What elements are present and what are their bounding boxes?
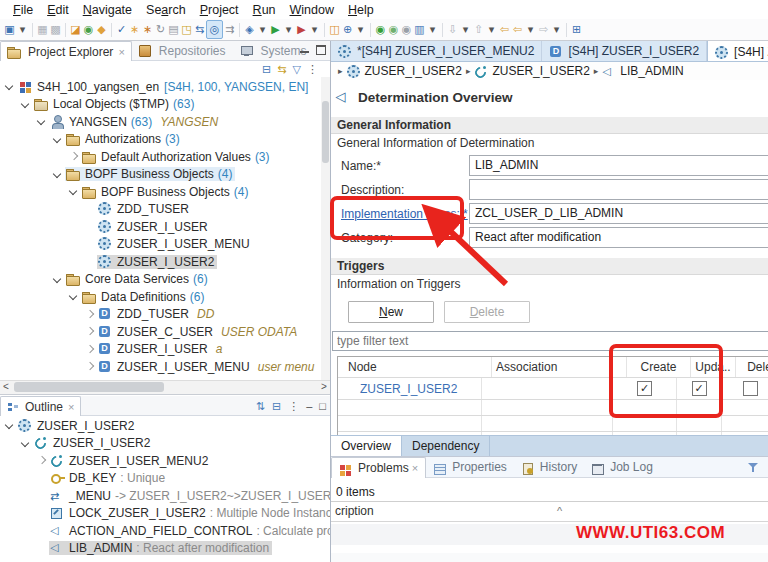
next-annotation-icon[interactable]: ⇩	[446, 21, 459, 38]
name-field[interactable]: LIB_ADMIN	[469, 155, 768, 176]
column-header-upda[interactable]: Upda..	[691, 357, 736, 377]
new-abap-project-icon[interactable]: ◪	[69, 21, 82, 38]
column-header-node[interactable]: Node	[338, 357, 492, 377]
previous-annotation-menu-icon[interactable]: ▾	[485, 21, 498, 38]
mass-activate-icon[interactable]: ∗	[141, 21, 154, 38]
view-tab-job-log[interactable]: Job Log	[584, 457, 660, 477]
outline-tree-item[interactable]: LIB_ADMIN: React after modification	[0, 540, 330, 558]
debug-menu-icon[interactable]: ▾	[256, 21, 269, 38]
run-menu-icon[interactable]: ▾	[282, 21, 295, 38]
filter-icon[interactable]: ▽	[293, 62, 301, 77]
debug-configurations-icon[interactable]: ◈	[243, 21, 256, 38]
print-icon[interactable]: ▤	[167, 21, 180, 38]
menu-project[interactable]: Project	[193, 3, 246, 17]
column-header-create[interactable]: Create	[627, 357, 691, 377]
expand-open-icon[interactable]	[51, 166, 65, 183]
horizontal-scrollbar[interactable]	[0, 380, 330, 394]
outline-tree-item[interactable]: LOCK_ZUSER_I_USER2: Multiple Node Instan…	[0, 505, 330, 523]
run-icon[interactable]: ▶	[269, 21, 282, 38]
expand-open-icon[interactable]	[19, 435, 33, 452]
implementation-class-field[interactable]: ZCL_USER_D_LIB_ADMIN	[469, 203, 768, 224]
back-menu-icon[interactable]: ▾	[524, 21, 537, 38]
expand-closed-icon[interactable]	[83, 323, 97, 340]
profile-menu-icon[interactable]: ▾	[308, 21, 321, 38]
editor-bottom-tab-overview[interactable]: Overview	[331, 436, 402, 456]
expand-closed-icon[interactable]	[83, 306, 97, 323]
expand-closed-icon[interactable]	[67, 148, 81, 165]
breadcrumb-item-zuser-i-user2[interactable]: ZUSER_I_USER2	[474, 63, 589, 79]
debug-as-menu-icon[interactable]: ▾	[426, 21, 439, 38]
editor-bottom-tab-dependency[interactable]: Dependency	[402, 436, 490, 456]
new-wizard-icon[interactable]: ▣	[3, 21, 16, 38]
expand-open-icon[interactable]	[51, 271, 65, 288]
expand-open-icon[interactable]	[51, 131, 65, 148]
project-tree-item[interactable]: S4H_100_yangsen_en[S4H, 100, YANGSEN, EN…	[0, 78, 321, 96]
scroll-right-icon[interactable]	[318, 381, 330, 393]
view-tab-project-explorer[interactable]: Project Explorer	[0, 41, 132, 61]
editor-tab-s4h-zuser-i-user2[interactable]: [S4H] ZUSER_I_USER2	[542, 41, 707, 61]
outline-tree-item[interactable]: _MENU-> ZUSER_I_USER2~>ZUSER_I_USER_M	[0, 487, 330, 505]
breadcrumb-item-lib-admin[interactable]: LIB_ADMIN	[602, 63, 683, 79]
link-with-editor-icon[interactable]: ⇆	[277, 62, 286, 77]
expand-closed-icon[interactable]	[83, 341, 97, 358]
category-field[interactable]: React after modification	[469, 227, 768, 248]
column-header-delete[interactable]: Delete	[736, 357, 768, 377]
menu-window[interactable]: Window	[283, 3, 341, 17]
description-field[interactable]	[469, 179, 768, 200]
menu-file[interactable]: File	[6, 3, 40, 17]
expand-open-icon[interactable]	[3, 78, 17, 95]
minimize-icon[interactable]: –	[306, 399, 312, 414]
back-history-icon[interactable]: ⇦	[498, 21, 511, 38]
resume-icon[interactable]: ◉	[374, 21, 387, 38]
vertical-scrollbar[interactable]	[321, 77, 330, 381]
filter-input[interactable]	[332, 331, 768, 351]
delete-checkbox[interactable]	[743, 381, 758, 396]
close-icon[interactable]	[68, 401, 74, 413]
menu-help[interactable]: Help	[341, 3, 381, 17]
export-icon[interactable]: ◳	[180, 21, 193, 38]
table-row[interactable]: ZUSER_I_USER2✓✓	[338, 378, 768, 400]
project-tree-item[interactable]: Default Authorization Values(3)	[0, 148, 321, 166]
save-icon[interactable]: ▦	[36, 21, 49, 38]
view-tab-outline[interactable]: Outline	[0, 396, 81, 416]
view-tab-repositories[interactable]: Repositories	[132, 41, 234, 60]
expand-closed-icon[interactable]	[35, 452, 49, 469]
outline-tree-item[interactable]: ZUSER_I_USER2	[0, 417, 330, 435]
outline-tree-item[interactable]: ZUSER_I_USER2	[0, 435, 330, 453]
project-tree-item[interactable]: Data Definitions(6)	[0, 288, 321, 306]
run-abap-application-icon[interactable]: ⊕	[341, 21, 354, 38]
expand-open-icon[interactable]	[67, 288, 81, 305]
project-tree-item[interactable]: BOPF Business Objects(4)	[0, 183, 321, 201]
save-all-icon[interactable]: ▩	[49, 21, 62, 38]
project-tree-item[interactable]: ZDD_TUSER	[0, 201, 321, 219]
run-history-icon[interactable]: ⇉	[223, 21, 236, 38]
update-checkbox[interactable]: ✓	[692, 381, 707, 396]
editor-tab-s4h-zuser[interactable]: [S4H] ZUSER	[707, 41, 768, 62]
view-tab-history[interactable]: History	[514, 457, 584, 477]
project-tree-item[interactable]: ZUSER_I_USER2	[0, 253, 321, 271]
expand-open-icon[interactable]	[3, 417, 17, 434]
filter-icon[interactable]	[747, 461, 760, 474]
scrollbar-thumb[interactable]	[322, 101, 329, 163]
collapse-caret-icon[interactable]	[557, 502, 562, 521]
scroll-left-icon[interactable]	[0, 381, 12, 393]
collapse-all-icon[interactable]: ⊟	[262, 62, 271, 77]
editor-tab-s4h-zuser-i-user-menu2[interactable]: *[S4H] ZUSER_I_USER_MENU2	[331, 41, 542, 61]
column-header-association[interactable]: Association	[492, 357, 627, 377]
view-tab-problems[interactable]: Problems	[331, 457, 426, 478]
activate-icon[interactable]: ✓	[115, 21, 128, 38]
terminate-icon[interactable]: ◉	[400, 21, 413, 38]
implementation-class-label[interactable]: Implementation Class: *	[331, 207, 469, 221]
open-perspective-icon[interactable]: ⊞	[570, 21, 583, 38]
new-menu-icon[interactable]: ▾	[16, 21, 29, 38]
menu-navigate[interactable]: Navigate	[76, 3, 139, 17]
outline-tree-item[interactable]: ZUSER_I_USER_MENU2	[0, 452, 330, 470]
outline-tree-item[interactable]: DB_KEY: Unique	[0, 470, 330, 488]
project-tree-item[interactable]: ZUSER_I_USER_MENU	[0, 236, 321, 254]
view-tab-properties[interactable]: Properties	[426, 457, 514, 477]
scrollbar-thumb[interactable]	[14, 382, 164, 392]
project-tree-item[interactable]: ZUSER_I_USER_MENUuser menu	[0, 358, 321, 376]
view-menu-icon[interactable]: ⋮	[307, 62, 318, 77]
close-icon[interactable]	[118, 46, 124, 58]
maximize-icon[interactable]: □	[319, 399, 326, 414]
